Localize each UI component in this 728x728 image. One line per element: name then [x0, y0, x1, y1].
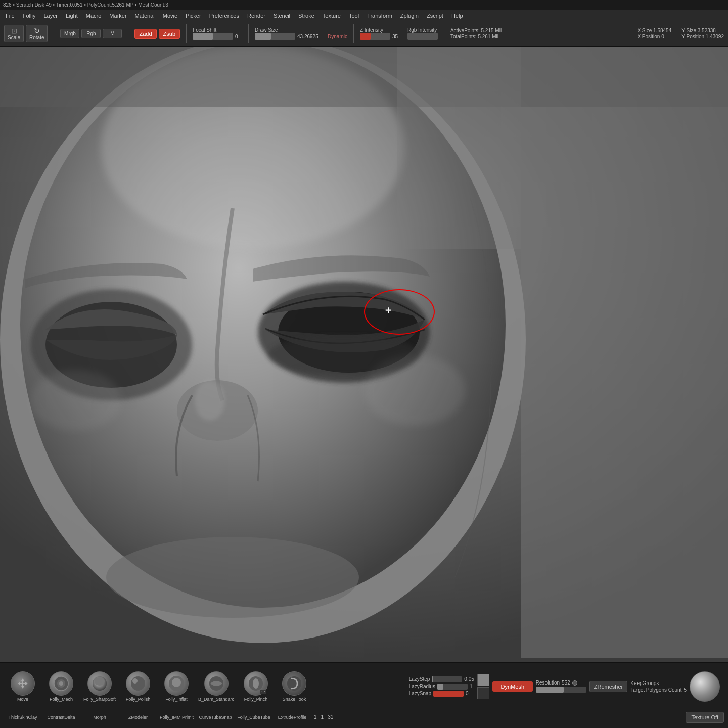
menu-stencil[interactable]: Stencil — [270, 12, 294, 20]
folly-cube-tube-label: Folly_CubeTube — [237, 715, 270, 720]
subtool-zmodeler[interactable]: ZModeler — [119, 714, 157, 720]
subtool-contrast-delta[interactable]: ContrastDelta — [42, 714, 80, 720]
menu-preferences[interactable]: Preferences — [206, 12, 243, 20]
resolution-slider[interactable] — [536, 687, 586, 693]
thick-skin-label: ThickSkinClay — [8, 715, 37, 720]
zadd-button[interactable]: Zadd — [134, 29, 156, 39]
folly-sharpsoft-icon — [87, 671, 112, 696]
tool-folly-mech[interactable]: Folly_Mech — [42, 670, 80, 703]
lazy-snap-slider[interactable] — [433, 691, 464, 697]
menu-picker[interactable]: Picker — [182, 12, 205, 20]
viewport[interactable]: ✛ — [0, 47, 728, 658]
lazy-step-value: 0.05 — [464, 676, 474, 682]
scale-rotate-group: ⊡ Scale ↻ Rotate — [4, 25, 48, 42]
resolution-panel: Resolution 552 — [536, 680, 586, 693]
menu-tool[interactable]: Tool — [345, 12, 362, 20]
menu-zscript[interactable]: Zscript — [423, 12, 447, 20]
menu-file[interactable]: File — [2, 12, 18, 20]
tool-folly-pinch[interactable]: 17 Folly_Pinch — [237, 670, 275, 703]
bottom-bar: Move Folly_Mech Folly_SharpSoft — [0, 662, 728, 728]
menu-marker[interactable]: Marker — [106, 12, 130, 20]
subtool-folly-imm[interactable]: Folly_IMM Primit — [158, 714, 196, 720]
folly-imm-label: Folly_IMM Primit — [160, 715, 194, 720]
folly-pinch-badge: 17 — [260, 690, 266, 694]
lazy-step-slider[interactable] — [432, 676, 462, 682]
size-stats-y: Y Size 3.52338 Y Position 1.43092 — [681, 28, 724, 39]
folly-inflat-label: Folly_Inflat — [165, 697, 188, 702]
contrast-delta-label: ContrastDelta — [47, 715, 75, 720]
lazy-panel: LazyStep 0.05 LazyRadius 1 LazySnap — [409, 676, 474, 697]
scale-icon: ⊡ — [11, 27, 17, 35]
svg-point-26 — [172, 678, 181, 687]
menu-material[interactable]: Material — [131, 12, 158, 20]
svg-point-23 — [131, 676, 145, 691]
subtool-thick-skin[interactable]: ThickSkinClay — [4, 714, 41, 720]
snake-hook-label: SnakeHook — [283, 697, 306, 702]
focal-shift-slider[interactable] — [193, 33, 233, 40]
tool-snake-hook[interactable]: SnakeHook — [276, 670, 313, 703]
keep-groups-label: KeepGroups — [630, 680, 659, 686]
size-stats: X Size 1.58454 X Position 0 — [637, 28, 671, 39]
sep2 — [128, 24, 128, 43]
curve-tube-label: CurveTubeSnap — [199, 715, 232, 720]
subtool-extrude-profile[interactable]: ExtrudeProfile — [274, 714, 311, 720]
menu-help[interactable]: Help — [448, 12, 467, 20]
svg-point-14 — [106, 537, 359, 618]
color-swatch-1[interactable] — [477, 674, 489, 686]
dynmesh-button[interactable]: DynMesh — [492, 681, 533, 692]
subtool-counts: 1 1 31 — [314, 714, 333, 720]
zsub-button[interactable]: Zsub — [159, 29, 180, 39]
zremesher-button[interactable]: ZRemesher — [589, 681, 627, 692]
count-1: 1 — [314, 714, 317, 720]
color-swatch-2[interactable] — [477, 687, 489, 699]
texture-off-button[interactable]: Texture Off — [686, 712, 724, 723]
subtool-morph[interactable]: Morph — [81, 714, 118, 720]
svg-rect-2 — [521, 47, 728, 658]
lazy-radius-slider[interactable] — [437, 684, 468, 690]
tool-folly-inflat[interactable]: Folly_Inflat — [158, 670, 195, 703]
rotate-button[interactable]: ↻ Rotate — [26, 25, 48, 42]
count-3: 31 — [328, 714, 333, 720]
folly-mech-label: Folly_Mech — [50, 697, 73, 702]
folly-mech-icon — [49, 671, 73, 696]
menu-zplugin[interactable]: Zplugin — [397, 12, 422, 20]
top-toolbar: ⊡ Scale ↻ Rotate Mrgb Rgb M Zadd Zsub Fo… — [0, 21, 728, 47]
z-intensity-slider[interactable] — [360, 33, 390, 40]
tool-folly-polish[interactable]: Folly_Polish — [119, 670, 157, 703]
z-intensity-group: Z Intensity 35 — [360, 27, 403, 40]
tool-folly-sharpsoft[interactable]: Folly_SharpSoft — [81, 670, 118, 703]
scale-button[interactable]: ⊡ Scale — [4, 25, 24, 42]
tool-move[interactable]: Move — [4, 670, 41, 703]
texture-off-container: Texture Off — [686, 712, 724, 723]
resolution-toggle[interactable] — [572, 680, 577, 686]
dynamic-label: Dynamic — [328, 34, 347, 39]
draw-size-slider[interactable] — [255, 33, 295, 40]
extrude-profile-label: ExtrudeProfile — [278, 715, 307, 720]
subtool-folly-cube-tube[interactable]: Folly_CubeTube — [235, 714, 272, 720]
sep1 — [54, 24, 54, 43]
move-icon — [11, 671, 35, 696]
menu-layer[interactable]: Layer — [40, 12, 61, 20]
rgb-button[interactable]: Rgb — [81, 29, 101, 38]
menu-transform[interactable]: Transform — [363, 12, 396, 20]
svg-point-13 — [30, 370, 121, 431]
m-button[interactable]: M — [103, 29, 122, 38]
folly-polish-label: Folly_Polish — [126, 697, 151, 702]
mrgb-button[interactable]: Mrgb — [60, 29, 79, 38]
menu-stroke[interactable]: Stroke — [295, 12, 318, 20]
menu-light[interactable]: Light — [62, 12, 81, 20]
menu-render[interactable]: Render — [244, 12, 269, 20]
menu-folliy[interactable]: Folliy — [19, 12, 39, 20]
count-2: 1 — [321, 714, 324, 720]
menu-movie[interactable]: Movie — [159, 12, 181, 20]
morph-label: Morph — [93, 715, 106, 720]
rgb-intensity-slider[interactable] — [407, 33, 438, 40]
subtool-curve-tube[interactable]: CurveTubeSnap — [197, 714, 234, 720]
lazy-radius-value: 1 — [470, 684, 473, 689]
menu-texture[interactable]: Texture — [319, 12, 344, 20]
menu-macro[interactable]: Macro — [82, 12, 105, 20]
tool-b-dam-standar[interactable]: B_Dam_Standarc — [196, 670, 236, 703]
zmodeler-label: ZModeler — [128, 715, 148, 720]
rgb-intensity-group: Rgb Intensity — [407, 27, 438, 40]
folly-sharpsoft-label: Folly_SharpSoft — [83, 697, 116, 702]
